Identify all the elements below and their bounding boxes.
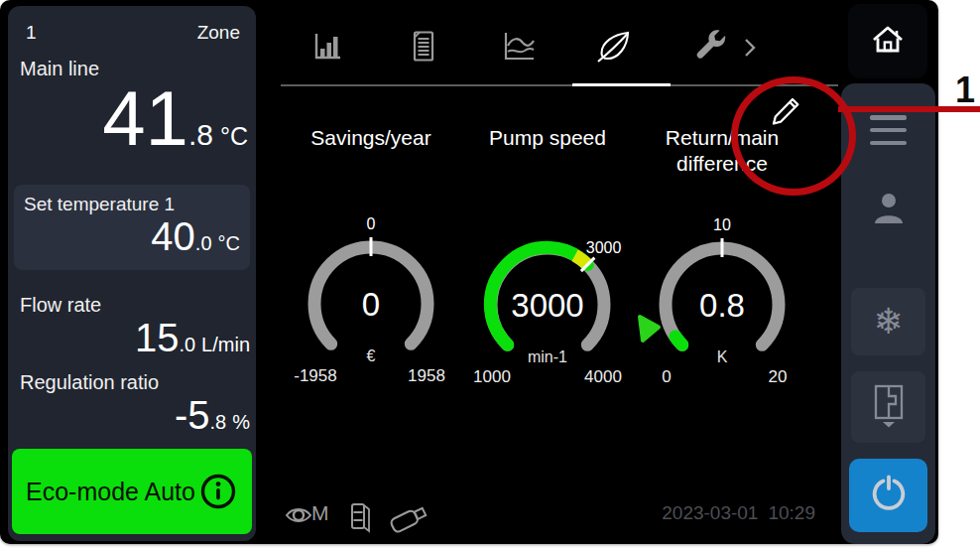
savings-gauge: 00€-19581958 (282, 216, 460, 387)
svg-text:0: 0 (367, 216, 376, 232)
flow-rate-value: 15.0L/min (135, 318, 250, 357)
svg-text:€: € (367, 347, 376, 364)
frost-protection-button[interactable]: ❄ (851, 288, 925, 355)
svg-text:3000: 3000 (511, 287, 583, 324)
regulation-ratio-label: Regulation ratio (20, 371, 159, 394)
eco-mode-button[interactable]: Eco-mode Auto (12, 449, 252, 534)
monitoring-mode-letter: M (311, 501, 329, 525)
home-icon (868, 21, 908, 62)
pump-speed-gauge: 30003000min-110004000 (458, 217, 637, 388)
annotation-label: 1 (950, 69, 980, 111)
svg-text:10: 10 (713, 217, 731, 233)
svg-text:0.8: 0.8 (699, 287, 745, 324)
tab-report[interactable] (404, 28, 443, 68)
device-screenshot: 1 Zone Main line 41.8°C Set temperature … (0, 0, 980, 551)
svg-text:4000: 4000 (584, 367, 622, 386)
bar-chart-icon (309, 29, 345, 68)
set-temperature-card[interactable]: Set temperature 1 40.0°C (14, 185, 250, 270)
svg-text:0: 0 (662, 367, 671, 386)
gauge-title-pump-speed: Pump speed (458, 125, 637, 151)
svg-text:1958: 1958 (408, 366, 445, 385)
zone-header: 1 Zone (26, 22, 240, 44)
trend-chart-icon (500, 29, 538, 68)
set-temperature-value: 40.0°C (151, 216, 240, 256)
module-icon (349, 500, 373, 540)
status-datetime: 2023-03-01 10:29 (655, 502, 815, 524)
svg-text:3000: 3000 (586, 239, 622, 256)
menu-button[interactable] (870, 115, 907, 145)
svg-text:-1958: -1958 (294, 366, 336, 385)
power-icon (868, 474, 910, 518)
hamburger-icon (870, 115, 907, 120)
main-line-temperature: 41.8°C (102, 79, 248, 157)
zone-panel: 1 Zone Main line 41.8°C Set temperature … (8, 6, 256, 541)
eco-mode-label: Eco-mode Auto (26, 478, 195, 506)
tabs-more-button[interactable] (740, 36, 760, 62)
gauge-title-savings: Savings/year (282, 125, 460, 151)
tab-statistics[interactable] (307, 28, 347, 68)
power-button[interactable] (849, 459, 927, 532)
edit-button[interactable] (765, 88, 808, 132)
user-icon (868, 190, 910, 232)
sidebar: ❄ (841, 83, 935, 544)
tab-trends[interactable] (499, 28, 539, 68)
zones-button[interactable] (851, 371, 925, 443)
usb-stick-icon (385, 498, 436, 542)
main-line-label: Main line (20, 58, 99, 80)
svg-text:0: 0 (362, 286, 380, 323)
snowflake-icon: ❄ (873, 304, 903, 340)
svg-text:20: 20 (769, 367, 788, 386)
document-icon (406, 29, 441, 68)
set-temperature-label: Set temperature 1 (24, 194, 175, 215)
tab-settings[interactable] (690, 28, 730, 68)
tab-separator (281, 84, 838, 86)
wrench-icon (692, 29, 728, 68)
active-tab-indicator (572, 83, 671, 86)
chevron-right-icon (743, 36, 757, 63)
monitoring-eye-icon (285, 504, 312, 530)
regulation-ratio-value: -5.8% (175, 395, 250, 435)
zones-icon (870, 383, 908, 432)
status-time: 10:29 (768, 502, 815, 524)
return-diff-gauge: 100.8K020 (633, 217, 811, 388)
pencil-icon (765, 120, 808, 135)
svg-text:min-1: min-1 (528, 348, 567, 365)
zone-number: 1 (26, 22, 37, 44)
flow-rate-label: Flow rate (20, 294, 101, 317)
status-date: 2023-03-01 (662, 502, 758, 524)
gauge-pointer-icon (636, 314, 662, 344)
user-button[interactable] (867, 189, 911, 232)
svg-text:1000: 1000 (473, 367, 511, 386)
zone-label: Zone (197, 22, 240, 44)
leaf-icon (594, 28, 634, 69)
info-icon[interactable] (198, 472, 238, 511)
svg-text:K: K (717, 348, 728, 365)
home-button[interactable] (848, 4, 927, 78)
tab-eco[interactable] (594, 28, 634, 68)
